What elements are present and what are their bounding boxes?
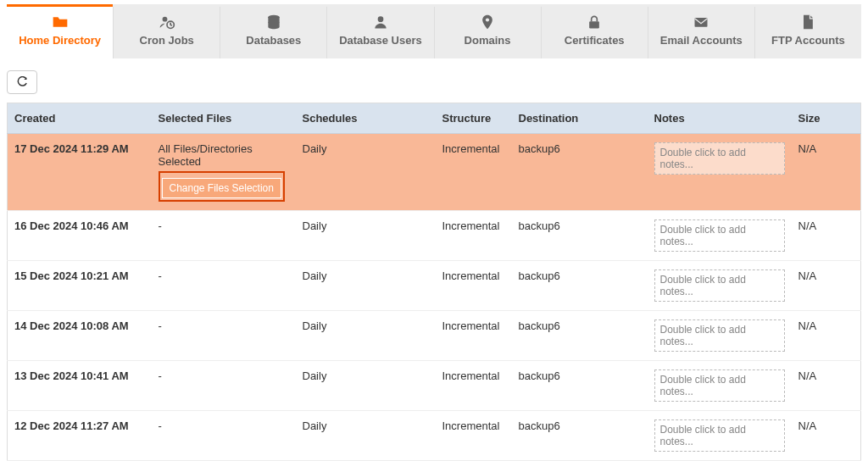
database-icon — [265, 14, 282, 31]
notes-editable[interactable]: Double click to add notes... — [654, 369, 785, 402]
cell-destination: backup6 — [512, 411, 648, 461]
app-container: Home DirectoryCron JobsDatabasesDatabase… — [0, 0, 868, 461]
envelope-icon — [693, 14, 709, 31]
change-files-button[interactable]: Change Files Selection — [162, 178, 281, 198]
cell-size: N/A — [792, 311, 861, 361]
files-text: - — [159, 319, 162, 332]
cell-schedules: Daily — [296, 134, 436, 211]
notes-editable[interactable]: Double click to add notes... — [654, 142, 785, 175]
notes-editable[interactable]: Double click to add notes... — [654, 269, 785, 302]
tab-email-accounts[interactable]: Email Accounts — [648, 7, 755, 58]
table-row[interactable]: 15 Dec 2024 10:21 AM-DailyIncrementalbac… — [8, 261, 861, 311]
cell-created: 17 Dec 2024 11:29 AM — [8, 134, 152, 211]
tab-ftp-accounts[interactable]: FTP Accounts — [755, 7, 861, 58]
tab-label: Cron Jobs — [140, 34, 194, 47]
col-size[interactable]: Size — [792, 103, 861, 134]
cell-created: 16 Dec 2024 10:46 AM — [8, 211, 152, 261]
cell-files: - — [152, 261, 296, 311]
cell-structure: Incremental — [436, 361, 512, 411]
cell-files: - — [152, 361, 296, 411]
cell-files: - — [152, 311, 296, 361]
tab-databases[interactable]: Databases — [220, 7, 327, 58]
svg-point-4 — [486, 18, 489, 21]
cell-created: 12 Dec 2024 11:27 AM — [8, 411, 152, 461]
tab-bar: Home DirectoryCron JobsDatabasesDatabase… — [7, 4, 861, 58]
cell-structure: Incremental — [436, 211, 512, 261]
cell-schedules: Daily — [296, 361, 436, 411]
table-row[interactable]: 14 Dec 2024 10:08 AM-DailyIncrementalbac… — [8, 311, 861, 361]
cell-structure: Incremental — [436, 411, 512, 461]
cell-schedules: Daily — [296, 211, 436, 261]
table-row[interactable]: 17 Dec 2024 11:29 AMAll Files/Directorie… — [8, 134, 861, 211]
folder-icon — [52, 14, 69, 31]
change-files-highlight: Change Files Selection — [159, 171, 285, 202]
cell-created: 15 Dec 2024 10:21 AM — [8, 261, 152, 311]
table-row[interactable]: 16 Dec 2024 10:46 AM-DailyIncrementalbac… — [8, 211, 861, 261]
col-created[interactable]: Created — [8, 103, 152, 134]
cell-schedules: Daily — [296, 261, 436, 311]
files-text: - — [159, 419, 162, 432]
cell-notes: Double click to add notes... — [648, 211, 792, 261]
cell-notes: Double click to add notes... — [648, 134, 792, 211]
tab-label: Certificates — [565, 34, 625, 47]
cell-size: N/A — [792, 411, 861, 461]
tab-label: Database Users — [339, 34, 422, 47]
cell-destination: backup6 — [512, 361, 648, 411]
map-pin-icon — [479, 14, 496, 31]
tab-label: Home Directory — [19, 34, 101, 47]
cell-created: 13 Dec 2024 10:41 AM — [8, 361, 152, 411]
cell-notes: Double click to add notes... — [648, 261, 792, 311]
notes-editable[interactable]: Double click to add notes... — [654, 319, 785, 352]
table-row[interactable]: 12 Dec 2024 11:27 AM-DailyIncrementalbac… — [8, 411, 861, 461]
table-row[interactable]: 13 Dec 2024 10:41 AM-DailyIncrementalbac… — [8, 361, 861, 411]
cell-destination: backup6 — [512, 134, 648, 211]
tab-cron-jobs[interactable]: Cron Jobs — [114, 7, 220, 58]
tab-label: Domains — [465, 34, 511, 47]
svg-point-3 — [378, 16, 384, 22]
cell-files: - — [152, 411, 296, 461]
col-schedules[interactable]: Schedules — [296, 103, 436, 134]
cell-notes: Double click to add notes... — [648, 411, 792, 461]
notes-editable[interactable]: Double click to add notes... — [654, 419, 785, 452]
notes-editable[interactable]: Double click to add notes... — [654, 219, 785, 252]
col-selected-files[interactable]: Selected Files — [152, 103, 296, 134]
cell-destination: backup6 — [512, 311, 648, 361]
files-text: - — [159, 369, 162, 382]
file-icon — [799, 14, 816, 31]
cell-size: N/A — [792, 134, 861, 211]
cell-notes: Double click to add notes... — [648, 311, 792, 361]
cell-destination: backup6 — [512, 261, 648, 311]
table-header-row: Created Selected Files Schedules Structu… — [8, 103, 861, 134]
tab-home-directory[interactable]: Home Directory — [7, 7, 114, 58]
tab-certificates[interactable]: Certificates — [542, 7, 648, 58]
svg-rect-5 — [589, 21, 599, 28]
refresh-button[interactable] — [7, 70, 37, 94]
cell-files: - — [152, 211, 296, 261]
toolbar — [7, 58, 861, 103]
cell-structure: Incremental — [436, 311, 512, 361]
files-text: All Files/Directories Selected — [159, 142, 253, 168]
tab-domains[interactable]: Domains — [435, 7, 542, 58]
cell-schedules: Daily — [296, 311, 436, 361]
user-clock-icon — [159, 14, 175, 31]
cell-destination: backup6 — [512, 211, 648, 261]
col-notes[interactable]: Notes — [648, 103, 792, 134]
cell-schedules: Daily — [296, 411, 436, 461]
cell-size: N/A — [792, 361, 861, 411]
col-destination[interactable]: Destination — [512, 103, 648, 134]
files-text: - — [159, 269, 162, 282]
cell-structure: Incremental — [436, 261, 512, 311]
tab-label: FTP Accounts — [771, 34, 845, 47]
svg-point-0 — [162, 17, 167, 22]
user-icon — [372, 14, 389, 31]
backups-table: Created Selected Files Schedules Structu… — [7, 103, 861, 461]
cell-structure: Incremental — [436, 134, 512, 211]
tab-label: Email Accounts — [660, 34, 743, 47]
refresh-icon — [16, 76, 28, 88]
files-text: - — [159, 219, 162, 232]
tab-database-users[interactable]: Database Users — [327, 7, 434, 58]
col-structure[interactable]: Structure — [436, 103, 512, 134]
cell-files: All Files/Directories SelectedChange Fil… — [152, 134, 296, 211]
cell-notes: Double click to add notes... — [648, 361, 792, 411]
cell-created: 14 Dec 2024 10:08 AM — [8, 311, 152, 361]
